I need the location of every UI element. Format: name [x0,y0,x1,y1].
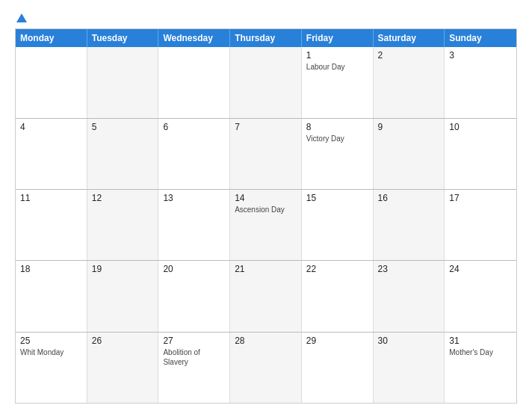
calendar-body: 1Labour Day2345678Victory Day91011121314… [16,47,516,403]
day-number: 17 [449,193,512,203]
calendar-header: Monday Tuesday Wednesday Thursday Friday… [16,29,516,47]
cal-cell-w2-d1: 12 [87,190,159,260]
col-tuesday: Tuesday [87,29,159,47]
day-number: 27 [163,336,225,346]
cal-cell-w4-d6: 31Mother's Day [445,333,516,403]
day-number: 3 [449,50,512,61]
cal-cell-w3-d0: 18 [16,261,87,331]
day-number: 5 [92,122,154,132]
day-number: 26 [92,336,154,346]
day-number: 4 [20,122,82,132]
day-number: 24 [449,264,512,274]
week-row-4: 18192021222324 [16,260,516,331]
col-friday: Friday [302,29,374,47]
cal-cell-w0-d1 [87,47,159,117]
cal-cell-w1-d1: 5 [87,119,159,189]
day-number: 20 [163,264,225,274]
day-number: 11 [20,193,82,203]
cal-cell-w0-d2 [158,47,230,117]
day-event: Whit Monday [20,347,82,357]
cal-cell-w4-d5: 30 [374,333,445,403]
col-thursday: Thursday [230,29,302,47]
day-event: Ascension Day [235,205,297,214]
col-wednesday: Wednesday [158,29,230,47]
day-event: Abolition of Slavery [163,347,225,367]
day-event: Victory Day [306,134,368,143]
cal-cell-w1-d2: 6 [158,119,230,189]
cal-cell-w0-d6: 3 [445,47,516,117]
cal-cell-w3-d4: 22 [302,261,374,331]
day-number: 9 [378,122,440,132]
day-number: 8 [306,122,368,132]
day-event: Labour Day [306,62,368,72]
day-number: 12 [92,193,154,203]
day-number: 31 [449,336,512,346]
day-number: 19 [92,264,154,274]
cal-cell-w4-d0: 25Whit Monday [16,333,87,403]
cal-cell-w3-d5: 23 [374,261,445,331]
cal-cell-w1-d0: 4 [16,119,87,189]
day-number: 7 [235,122,297,132]
cal-cell-w2-d5: 16 [374,190,445,260]
day-number: 23 [378,264,440,274]
col-saturday: Saturday [374,29,445,47]
cal-cell-w4-d1: 26 [87,333,159,403]
day-event: Mother's Day [449,347,512,357]
logo [15,12,27,22]
week-row-5: 25Whit Monday2627Abolition of Slavery282… [16,332,516,403]
cal-cell-w1-d6: 10 [445,119,516,189]
cal-cell-w2-d0: 11 [16,190,87,260]
cal-cell-w0-d0 [16,47,87,117]
day-number: 2 [378,50,440,61]
day-number: 25 [20,336,82,346]
cal-cell-w4-d4: 29 [302,333,374,403]
logo-triangle-icon [16,13,27,22]
day-number: 6 [163,122,225,132]
day-number: 16 [378,193,440,203]
cal-cell-w2-d6: 17 [445,190,516,260]
day-number: 10 [449,122,512,132]
cal-cell-w3-d6: 24 [445,261,516,331]
cal-cell-w2-d2: 13 [158,190,230,260]
week-row-1: 1Labour Day23 [16,47,516,117]
col-sunday: Sunday [445,29,516,47]
day-number: 18 [20,264,82,274]
cal-cell-w4-d2: 27Abolition of Slavery [158,333,230,403]
week-row-3: 11121314Ascension Day151617 [16,189,516,260]
cal-cell-w0-d3 [230,47,302,117]
cal-cell-w2-d4: 15 [302,190,374,260]
day-number: 22 [306,264,368,274]
day-number: 28 [235,336,297,346]
day-number: 14 [235,193,297,203]
cal-cell-w3-d1: 19 [87,261,159,331]
day-number: 15 [306,193,368,203]
cal-cell-w1-d4: 8Victory Day [302,119,374,189]
page: Monday Tuesday Wednesday Thursday Friday… [0,0,532,411]
cal-cell-w0-d4: 1Labour Day [302,47,374,117]
day-number: 1 [306,50,368,61]
col-monday: Monday [16,29,87,47]
day-number: 21 [235,264,297,274]
cal-cell-w2-d3: 14Ascension Day [230,190,302,260]
cal-cell-w0-d5: 2 [374,47,445,117]
logo-general [15,12,27,22]
header [15,12,517,22]
day-number: 29 [306,336,368,346]
cal-cell-w3-d3: 21 [230,261,302,331]
calendar: Monday Tuesday Wednesday Thursday Friday… [15,28,517,404]
cal-cell-w1-d3: 7 [230,119,302,189]
day-number: 13 [163,193,225,203]
week-row-2: 45678Victory Day910 [16,118,516,189]
cal-cell-w3-d2: 20 [158,261,230,331]
cal-cell-w1-d5: 9 [374,119,445,189]
day-number: 30 [378,336,440,346]
cal-cell-w4-d3: 28 [230,333,302,403]
